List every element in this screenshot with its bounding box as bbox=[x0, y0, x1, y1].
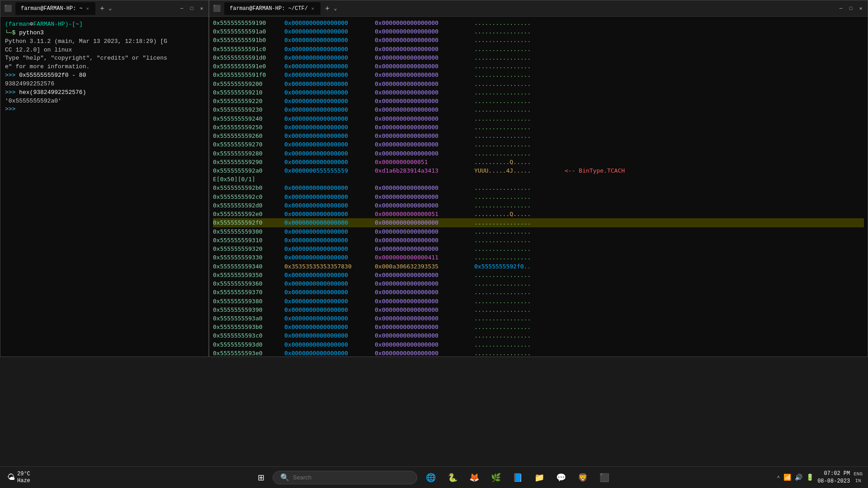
taskbar-app-firefox[interactable]: 🦊 bbox=[464, 468, 484, 488]
mem-ascii: ................ bbox=[474, 305, 556, 314]
mem-ascii: ................ bbox=[474, 244, 556, 253]
mem-val1: 0x0000000000000000 bbox=[284, 288, 375, 296]
close-button-right[interactable]: ✕ bbox=[858, 5, 864, 12]
close-button-left[interactable]: ✕ bbox=[198, 5, 205, 12]
mem-addr: 0x555555559250 bbox=[213, 123, 284, 131]
mem-ascii: ................ bbox=[474, 70, 556, 79]
mem-addr: 0x555555559290 bbox=[213, 158, 284, 166]
mem-row: 0x55555555591d00x00000000000000000x00000… bbox=[213, 53, 864, 62]
mem-ascii: ................ bbox=[474, 236, 556, 244]
mem-val2: 0x0000000000000000 bbox=[375, 340, 474, 349]
maximize-button-left[interactable]: □ bbox=[189, 5, 195, 12]
mem-val2: 0x0000000000000000 bbox=[375, 218, 474, 227]
mem-ascii: ................ bbox=[474, 297, 556, 305]
mem-row: 0x5555555593800x00000000000000000x000000… bbox=[213, 297, 864, 305]
mem-addr: 0x55555555591b0 bbox=[213, 36, 284, 44]
mem-row: 0x5555555593d00x00000000000000000x000000… bbox=[213, 340, 864, 349]
mem-val1: 0x0000000000000000 bbox=[284, 201, 375, 210]
mem-val1: 0x0000000000000000 bbox=[284, 70, 375, 79]
search-icon: 🔍 bbox=[280, 473, 289, 482]
battery-icon[interactable]: 🔋 bbox=[806, 474, 814, 481]
mem-addr: 0x555555559240 bbox=[213, 114, 284, 123]
terminal-icon-right: ⬛ bbox=[213, 5, 221, 12]
mem-val2: 0x0000000000000000 bbox=[375, 323, 474, 331]
clock[interactable]: 07:02 PM 08-08-2023 bbox=[817, 470, 850, 485]
mem-val2: 0x0000000000000000 bbox=[375, 279, 474, 288]
title-bar-left: ⬛ farman@FARMAN-HP: ~ ✕ ＋ ⌄ ─ □ ✕ bbox=[0, 0, 208, 17]
taskbar-app-brave[interactable]: 🦁 bbox=[573, 468, 593, 488]
search-input[interactable] bbox=[293, 474, 406, 481]
mem-val2: 0x0000000000000000 bbox=[375, 271, 474, 279]
tab-dropdown-left[interactable]: ⌄ bbox=[107, 5, 113, 12]
taskbar-app-vpn[interactable]: 🌿 bbox=[486, 468, 506, 488]
tab-close-right[interactable]: ✕ bbox=[311, 6, 315, 11]
mem-val2: 0x0000000000000000 bbox=[375, 183, 474, 192]
mem-row: 0x55555555591c00x00000000000000000x00000… bbox=[213, 45, 864, 53]
tab-list-right: farman@FARMAN-HP: ~/CTF/ ✕ ＋ ⌄ bbox=[224, 2, 834, 15]
mem-addr: 0x555555559260 bbox=[213, 131, 284, 140]
mem-addr: 0x555555559270 bbox=[213, 140, 284, 149]
tab-close-left[interactable]: ✕ bbox=[85, 6, 90, 11]
mem-val1: 0x0000000000000000 bbox=[284, 80, 375, 88]
time-display: 07:02 PM bbox=[824, 470, 850, 478]
taskbar-app-edge[interactable]: 🌐 bbox=[421, 468, 441, 488]
mem-row: 0x5555555592800x00000000000000000x000000… bbox=[213, 149, 864, 158]
mem-ascii: ................ bbox=[474, 114, 556, 123]
mem-ascii: ................ bbox=[474, 62, 556, 70]
mem-row: 0x5555555592100x00000000000000000x000000… bbox=[213, 88, 864, 97]
taskbar-app-files[interactable]: 📁 bbox=[529, 468, 549, 488]
weather-widget[interactable]: 🌤 29°C Haze bbox=[4, 469, 34, 486]
mem-addr: 0x55555555591e0 bbox=[213, 62, 284, 70]
mem-val2: 0x0000000000000000 bbox=[375, 140, 474, 149]
mem-row: 0x5555555593600x00000000000000000x000000… bbox=[213, 279, 864, 288]
minimize-button-right[interactable]: ─ bbox=[838, 5, 844, 12]
mem-val2: 0x0000000000000000 bbox=[375, 201, 474, 210]
search-bar[interactable]: 🔍 bbox=[273, 471, 417, 484]
taskbar-app-python[interactable]: 🐍 bbox=[443, 468, 462, 488]
new-tab-button-right[interactable]: ＋ bbox=[324, 5, 330, 12]
mem-addr: 0x555555559370 bbox=[213, 288, 284, 296]
tray-expand-icon[interactable]: ^ bbox=[777, 475, 780, 480]
mem-ascii: 0x5555555592f0.. bbox=[474, 262, 556, 271]
minimize-button-left[interactable]: ─ bbox=[179, 5, 185, 12]
mem-addr: 0x5555555592f0 bbox=[213, 218, 284, 227]
taskbar-app-whatsapp[interactable]: 💬 bbox=[551, 468, 571, 488]
mem-addr: 0x555555559390 bbox=[213, 305, 284, 314]
mem-ascii: ................ bbox=[474, 88, 556, 97]
mem-val2: 0x0000000000000000 bbox=[375, 97, 474, 105]
mem-row: 0x5555555593900x00000000000000000x000000… bbox=[213, 305, 864, 314]
taskbar-app-vscode[interactable]: 📘 bbox=[508, 468, 528, 488]
mem-addr: 0x555555559300 bbox=[213, 227, 284, 236]
date-display: 08-08-2023 bbox=[817, 478, 850, 485]
mem-val1: 0x0000000000000000 bbox=[284, 19, 375, 27]
mem-val1: 0x0000000000000000 bbox=[284, 244, 375, 253]
new-tab-button-left[interactable]: ＋ bbox=[99, 5, 105, 12]
mem-val1: 0x0000000000000000 bbox=[284, 314, 375, 323]
mem-val1: 0x0000000555555559 bbox=[284, 166, 375, 175]
mem-row: 0x5555555592a00x00000005555555590xd1a6b2… bbox=[213, 166, 864, 175]
mem-addr: 0x55555555591a0 bbox=[213, 27, 284, 36]
tab-left-main[interactable]: farman@FARMAN-HP: ~ ✕ bbox=[15, 2, 95, 15]
mem-addr: 0x5555555593a0 bbox=[213, 314, 284, 323]
mem-val2: 0x0000000000000000 bbox=[375, 331, 474, 340]
network-icon[interactable]: 📶 bbox=[783, 474, 791, 481]
mem-val2: 0x0000000000000000 bbox=[375, 105, 474, 114]
taskbar-app-terminal[interactable]: ⬛ bbox=[594, 468, 614, 488]
maximize-button-right[interactable]: □ bbox=[848, 5, 854, 12]
tab-right-main[interactable]: farman@FARMAN-HP: ~/CTF/ ✕ bbox=[224, 2, 321, 15]
mem-val2: 0xd1a6b283914a3413 bbox=[375, 166, 474, 175]
mem-val2: 0x0000000000000000 bbox=[375, 27, 474, 36]
mem-val2: 0x0000000000000000 bbox=[375, 88, 474, 97]
mem-addr: 0x555555559230 bbox=[213, 105, 284, 114]
mem-row: 0x5555555592300x00000000000000000x000000… bbox=[213, 105, 864, 114]
mem-row: 0x5555555593e00x00000000000000000x000000… bbox=[213, 349, 864, 357]
pyline-2: >>> hex(93824992252576) bbox=[5, 89, 204, 97]
mem-row: 0x5555555592400x00000000000000000x000000… bbox=[213, 114, 864, 123]
tab-dropdown-right[interactable]: ⌄ bbox=[332, 5, 339, 12]
start-button[interactable]: ⊞ bbox=[253, 470, 269, 485]
mem-val2: 0x000a306632393535 bbox=[375, 262, 474, 271]
volume-icon[interactable]: 🔊 bbox=[795, 474, 802, 481]
mem-val2: 0x0000000000000411 bbox=[375, 253, 474, 262]
mem-addr: 0x555555559220 bbox=[213, 97, 284, 105]
mem-val1: 0x0000000000000000 bbox=[284, 45, 375, 53]
